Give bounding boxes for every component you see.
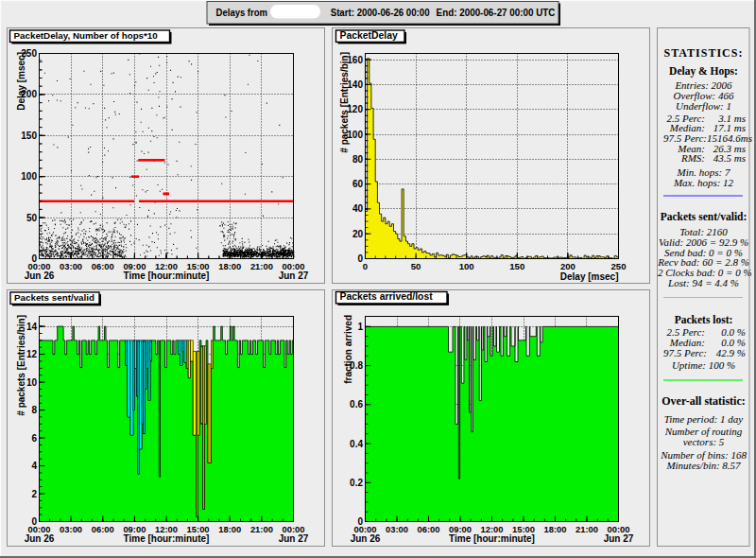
svg-text:4: 4 [31,461,37,471]
svg-text:21:00: 21:00 [250,524,273,534]
svg-text:0.4: 0.4 [350,439,363,449]
svg-text:0.2: 0.2 [350,478,363,488]
svg-text:Time [hour:minute]: Time [hour:minute] [124,270,210,281]
svg-text:Packets sent/valid: Packets sent/valid [14,292,94,303]
svg-text:Time [hour:minute]: Time [hour:minute] [124,533,210,544]
svg-text:03:00: 03:00 [60,524,82,534]
svg-text:End: 2000-06-27 00:00 UTC: End: 2000-06-27 00:00 UTC [437,8,556,18]
svg-text:fraction arrived: fraction arrived [343,315,353,384]
svg-text:8: 8 [31,405,37,415]
svg-text:PacketDelay, Number of hops*10: PacketDelay, Number of hops*10 [14,30,159,41]
svg-text:06:00: 06:00 [418,524,440,534]
svg-text:0: 0 [363,261,368,271]
svg-text:Delays from: Delays from [216,8,267,18]
svg-text:21:00: 21:00 [576,524,598,534]
svg-text:14: 14 [26,322,38,332]
svg-text:Jun 27: Jun 27 [279,533,309,544]
svg-text:12: 12 [26,349,38,359]
svg-text:250: 250 [610,261,626,271]
svg-text:0.6: 0.6 [350,399,363,410]
svg-text:PacketDelay: PacketDelay [340,30,398,41]
svg-text:06:00: 06:00 [92,524,114,534]
svg-text:6: 6 [31,433,37,444]
svg-text:18:00: 18:00 [218,524,241,534]
svg-text:20: 20 [352,229,364,239]
svg-text:# packets [Entries/bin]: # packets [Entries/bin] [16,315,26,416]
svg-text:Time [hour:minute]: Time [hour:minute] [449,533,535,544]
svg-text:Jun 27: Jun 27 [279,270,309,281]
svg-text:03:00: 03:00 [60,261,82,271]
svg-text:1: 1 [357,322,363,332]
svg-text:50: 50 [411,261,421,271]
svg-text:200: 200 [560,261,576,271]
svg-text:2: 2 [31,489,37,499]
svg-text:18:00: 18:00 [544,524,567,534]
svg-text:Jun 27: Jun 27 [604,533,634,544]
svg-text:Start: 2000-06-26 00:00: Start: 2000-06-26 00:00 [331,8,430,18]
svg-text:150: 150 [509,261,524,271]
svg-text:Delay [msec]: Delay [msec] [560,271,619,282]
svg-text:Jun 26: Jun 26 [25,270,55,281]
svg-text:21:00: 21:00 [250,261,273,271]
svg-text:80: 80 [352,154,364,165]
svg-text:50: 50 [26,213,38,223]
svg-text:Jun 26: Jun 26 [351,533,381,544]
svg-text:100: 100 [459,261,474,271]
svg-text:100: 100 [21,171,37,182]
svg-text:# packets [Entries/bin]: # packets [Entries/bin] [339,52,350,153]
svg-text:03:00: 03:00 [386,524,408,534]
svg-text:150: 150 [21,131,37,141]
svg-text:Packets arrived/lost: Packets arrived/lost [340,291,434,302]
svg-text:Delay [msec]: Delay [msec] [16,52,26,111]
svg-text:06:00: 06:00 [92,261,114,271]
svg-text:18:00: 18:00 [218,261,241,271]
svg-text:10: 10 [26,377,38,388]
svg-text:60: 60 [352,179,364,189]
svg-text:Jun 26: Jun 26 [25,533,55,544]
svg-text:40: 40 [352,203,364,214]
